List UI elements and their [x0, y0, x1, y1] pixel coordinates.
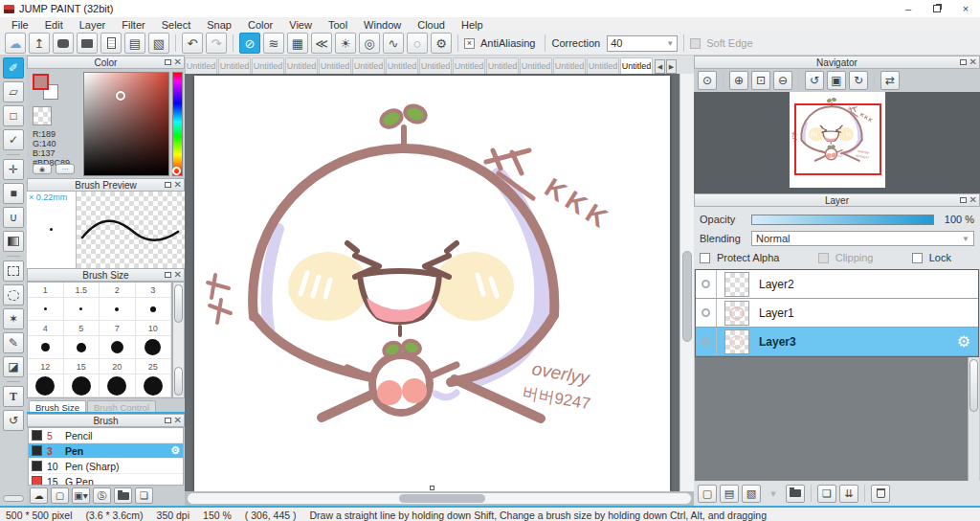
brush-item-pen-sharp[interactable]: 10 Pen (Sharp): [29, 459, 183, 474]
zoom-in-button[interactable]: ⊕: [729, 71, 748, 90]
layer-scroll-thumb[interactable]: [969, 359, 978, 412]
foreground-color-swatch[interactable]: [33, 74, 49, 90]
tab-scroll-right-button[interactable]: ▶: [666, 59, 677, 74]
size-dot[interactable]: [100, 298, 136, 321]
size-label[interactable]: 1: [28, 283, 64, 298]
snap-concentric-button[interactable]: ◎: [359, 33, 380, 54]
brush-size-scrollbar[interactable]: [172, 282, 185, 398]
document-button[interactable]: [100, 33, 122, 54]
snap-parallel-button[interactable]: ≋: [263, 33, 284, 54]
size-label[interactable]: 10: [136, 321, 172, 336]
document-tab[interactable]: Untitled: [419, 57, 452, 74]
select-pen-tool[interactable]: ✎: [3, 332, 24, 353]
clipping-checkbox[interactable]: [818, 253, 829, 263]
close-icon[interactable]: ✕: [174, 417, 182, 424]
brush-item-pen[interactable]: 3 Pen ⚙: [29, 443, 183, 459]
transform-tool[interactable]: ↺: [3, 410, 24, 431]
popout-icon[interactable]: [165, 182, 171, 188]
document-tab[interactable]: Untitled: [553, 57, 586, 74]
bucket-tool[interactable]: ∪: [3, 207, 24, 228]
size-label[interactable]: 25: [136, 359, 172, 374]
rotate-cw-button[interactable]: ↻: [849, 71, 868, 90]
visibility-toggle[interactable]: [696, 328, 717, 355]
vertical-scroll-thumb[interactable]: [682, 251, 692, 342]
close-icon[interactable]: ✕: [174, 271, 182, 279]
message-button[interactable]: [77, 33, 98, 54]
navigator-view[interactable]: [694, 92, 980, 193]
layer-type-dropdown[interactable]: ▾: [764, 485, 783, 503]
document-tab[interactable]: Untitled: [185, 57, 217, 74]
document-tab[interactable]: Untitled: [252, 57, 284, 74]
menu-tool[interactable]: Tool: [321, 19, 355, 31]
close-icon[interactable]: ✕: [174, 181, 182, 189]
menu-file[interactable]: File: [4, 19, 36, 31]
size-dot[interactable]: [64, 374, 100, 397]
document-tab[interactable]: Untitled: [218, 57, 251, 74]
material-button[interactable]: ▧: [148, 33, 169, 54]
brush-tool[interactable]: ✐: [3, 57, 24, 79]
popout-icon[interactable]: [960, 59, 967, 65]
document-tab[interactable]: Untitled: [486, 57, 519, 74]
size-label[interactable]: 1.5: [64, 283, 100, 298]
snap-settings-button[interactable]: ⚙: [431, 33, 452, 54]
close-icon[interactable]: ✕: [969, 196, 977, 204]
canvas-handle[interactable]: [430, 486, 434, 490]
zoom-actual-button[interactable]: ⊙: [698, 71, 717, 90]
layer-folder-button[interactable]: [786, 485, 805, 503]
duplicate-brush-button[interactable]: ❏: [135, 487, 153, 504]
add-brush-type-button[interactable]: ▣▾: [72, 487, 90, 504]
antialiasing-checkbox[interactable]: ×: [464, 38, 475, 49]
layer-row-layer3-selected[interactable]: Layer3 ⚙: [696, 328, 978, 356]
document-tab[interactable]: Untitled: [285, 57, 318, 74]
brush-folder-button[interactable]: [114, 487, 132, 504]
text-tool[interactable]: T: [3, 386, 24, 407]
menu-select[interactable]: Select: [154, 19, 199, 31]
document-tab[interactable]: Untitled: [386, 57, 418, 74]
eraser-tool[interactable]: ▱: [3, 81, 24, 102]
size-dot[interactable]: [100, 336, 136, 359]
document-tab-active[interactable]: Untitled: [620, 57, 653, 74]
menu-filter[interactable]: Filter: [114, 19, 152, 31]
menu-window[interactable]: Window: [356, 19, 409, 31]
transparent-swatch[interactable]: [33, 106, 52, 125]
menu-help[interactable]: Help: [454, 19, 491, 31]
menu-layer[interactable]: Layer: [72, 19, 114, 31]
size-dot[interactable]: [136, 336, 172, 359]
new-layer-button[interactable]: ▢: [698, 485, 717, 503]
color-wheel-button[interactable]: ◉: [33, 164, 52, 174]
canvas-vertical-scrollbar[interactable]: [679, 74, 694, 491]
visibility-toggle[interactable]: [696, 270, 717, 298]
size-dot[interactable]: [100, 374, 136, 397]
opacity-slider[interactable]: [751, 215, 934, 225]
close-button[interactable]: ×: [951, 0, 980, 17]
hue-cursor[interactable]: [172, 167, 181, 175]
hue-slider[interactable]: [172, 72, 183, 176]
comment-button[interactable]: [53, 33, 74, 54]
color-picker-cursor[interactable]: [116, 91, 125, 101]
popout-icon[interactable]: [165, 59, 171, 65]
rotate-ccw-button[interactable]: ↺: [805, 71, 824, 90]
brush-item-gpen[interactable]: 15 G Pen: [29, 474, 183, 486]
magic-wand-tool[interactable]: ✶: [3, 308, 24, 329]
size-label[interactable]: 2: [100, 283, 136, 298]
menu-snap[interactable]: Snap: [199, 19, 239, 31]
brush-item-pencil[interactable]: 5 Pencil: [29, 428, 183, 443]
lock-checkbox[interactable]: [912, 253, 923, 263]
undo-button[interactable]: ↶: [182, 33, 203, 54]
size-label[interactable]: 15: [64, 359, 100, 374]
zoom-out-button[interactable]: ⊖: [773, 71, 792, 90]
size-label[interactable]: 12: [28, 359, 64, 374]
tab-scroll-left-button[interactable]: ◀: [655, 59, 665, 74]
layer-row-layer1[interactable]: Layer1: [696, 299, 978, 328]
size-dot[interactable]: [64, 298, 100, 321]
select-eraser-tool[interactable]: ◪: [3, 356, 24, 377]
script-brush-button[interactable]: Ⓢ: [93, 487, 111, 504]
document-tab[interactable]: Untitled: [520, 57, 552, 74]
snap-vanishing-button[interactable]: ≪: [311, 33, 332, 54]
close-icon[interactable]: ✕: [969, 58, 977, 66]
size-label[interactable]: 4: [28, 321, 64, 336]
size-dot[interactable]: [136, 298, 172, 321]
saturation-value-picker[interactable]: [83, 72, 169, 176]
layer-row-layer2[interactable]: Layer2: [696, 270, 978, 299]
toolstrip-scrollbar[interactable]: [3, 495, 24, 502]
